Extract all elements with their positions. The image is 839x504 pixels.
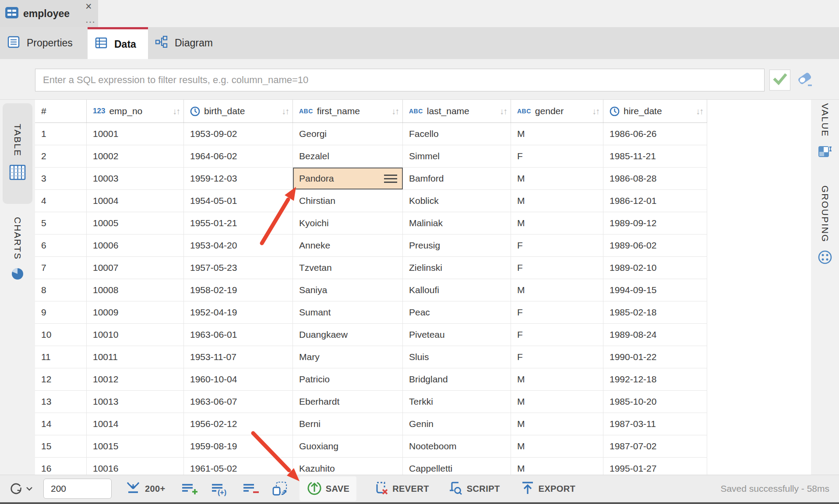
cell[interactable]: 10012 (87, 368, 184, 390)
cell[interactable]: Piveteau (403, 324, 511, 346)
rail-tab-value[interactable]: VALUE (811, 103, 839, 161)
cell[interactable]: F (511, 346, 603, 368)
cell[interactable]: 1954-05-01 (184, 190, 293, 212)
cell[interactable]: Terkki (403, 391, 511, 413)
save-button[interactable]: SAVE (300, 476, 357, 501)
cell[interactable]: Bamford (403, 168, 511, 189)
tab-diagram[interactable]: Diagram (148, 27, 247, 59)
sort-icon[interactable]: ↓↑ (391, 106, 398, 116)
cell[interactable]: Berni (293, 413, 403, 435)
cell[interactable]: Mary (293, 346, 403, 368)
cell[interactable]: M (511, 435, 603, 457)
sort-icon[interactable]: ↓↑ (173, 106, 180, 116)
cell[interactable]: 10013 (87, 391, 184, 413)
cell[interactable]: 1952-04-19 (184, 301, 293, 323)
cell[interactable]: 1953-04-20 (184, 234, 293, 256)
cell[interactable]: 10009 (87, 301, 184, 323)
cell[interactable]: 1953-09-02 (184, 123, 293, 145)
script-button[interactable]: SCRIPT (448, 480, 500, 497)
cell[interactable]: M (511, 391, 603, 413)
column-header-hire_date[interactable]: hire_date↓↑ (603, 100, 707, 122)
row-number-cell[interactable]: 4 (35, 190, 87, 212)
cell[interactable]: Nooteboom (403, 435, 511, 457)
row-number-cell[interactable]: 15 (35, 435, 87, 457)
cell[interactable]: Genin (403, 413, 511, 435)
cell[interactable]: Peac (403, 301, 511, 323)
column-header-birth_date[interactable]: birth_date↓↑ (184, 100, 293, 122)
cell[interactable]: M (511, 190, 603, 212)
cell[interactable]: Chirstian (293, 190, 403, 212)
cell[interactable]: 10007 (87, 257, 184, 279)
cell[interactable]: 10010 (87, 324, 184, 346)
row-number-cell[interactable]: 1 (35, 123, 87, 145)
cell[interactable]: Bridgland (403, 368, 511, 390)
fetch-next-page-button[interactable]: 200+ (125, 480, 166, 497)
export-button[interactable]: EXPORT (520, 480, 576, 497)
cell[interactable]: 1985-10-20 (603, 391, 707, 413)
cell[interactable]: 10001 (87, 123, 184, 145)
cell[interactable]: Zielinski (403, 257, 511, 279)
overflow-menu-icon[interactable]: … (85, 13, 96, 25)
cell[interactable]: 10003 (87, 168, 184, 189)
cell[interactable]: 10004 (87, 190, 184, 212)
cell[interactable]: M (511, 123, 603, 145)
row-number-cell[interactable]: 8 (35, 279, 87, 301)
cell[interactable]: F (511, 324, 603, 346)
cell[interactable]: 1985-02-18 (603, 301, 707, 323)
row-number-cell[interactable]: 11 (35, 346, 87, 368)
column-header-last_name[interactable]: ABClast_name↓↑ (403, 100, 511, 122)
cell[interactable]: 10011 (87, 346, 184, 368)
row-number-cell[interactable]: 14 (35, 413, 87, 435)
cell[interactable]: F (511, 301, 603, 323)
tab-properties[interactable]: Properties (0, 27, 88, 59)
cell[interactable]: Tzvetan (293, 257, 403, 279)
row-number-cell[interactable]: 10 (35, 324, 87, 346)
cell[interactable]: Saniya (293, 279, 403, 301)
sql-filter-input[interactable] (35, 69, 765, 91)
tab-data[interactable]: Data (88, 27, 148, 59)
clear-filter-button[interactable] (796, 71, 815, 90)
cell[interactable]: 1987-07-02 (603, 435, 707, 457)
cell[interactable]: 1964-06-02 (184, 145, 293, 167)
column-header-rownum[interactable]: # (35, 100, 87, 122)
cell-edit-menu-icon[interactable] (384, 178, 397, 179)
cell[interactable]: Patricio (293, 368, 403, 390)
column-header-first_name[interactable]: ABCfirst_name↓↑ (293, 100, 403, 122)
column-header-emp_no[interactable]: 123emp_no↓↑ (87, 100, 184, 122)
cell[interactable]: 1958-02-19 (184, 279, 293, 301)
row-number-cell[interactable]: 3 (35, 168, 87, 189)
close-icon[interactable]: × (85, 0, 92, 12)
cell[interactable]: M (511, 279, 603, 301)
cell[interactable]: Sumant (293, 301, 403, 323)
cell[interactable]: Kyoichi (293, 212, 403, 234)
cell[interactable]: Eberhardt (293, 391, 403, 413)
cell[interactable]: M (511, 168, 603, 189)
cell[interactable]: Georgi (293, 123, 403, 145)
cell[interactable]: 10008 (87, 279, 184, 301)
cell[interactable]: 10015 (87, 435, 184, 457)
cell[interactable]: Guoxiang (293, 435, 403, 457)
apply-filter-button[interactable] (769, 70, 790, 91)
delete-row-button[interactable] (242, 481, 260, 496)
row-number-cell[interactable]: 6 (35, 234, 87, 256)
cell[interactable]: F (511, 234, 603, 256)
row-number-cell[interactable]: 5 (35, 212, 87, 234)
sort-icon[interactable]: ↓↑ (500, 106, 507, 116)
fetch-size-input[interactable] (43, 479, 112, 499)
cell[interactable]: M (511, 413, 603, 435)
cell[interactable]: 10002 (87, 145, 184, 167)
cell[interactable]: 1956-02-12 (184, 413, 293, 435)
selected-cell[interactable]: Pandora (293, 168, 403, 189)
cell[interactable]: 1989-09-12 (603, 212, 707, 234)
cell[interactable]: Facello (403, 123, 511, 145)
row-number-cell[interactable]: 12 (35, 368, 87, 390)
cell[interactable]: 1986-06-26 (603, 123, 707, 145)
row-number-cell[interactable]: 2 (35, 145, 87, 167)
sort-icon[interactable]: ↓↑ (282, 106, 289, 116)
cell[interactable]: F (511, 145, 603, 167)
cell[interactable]: 1987-03-11 (603, 413, 707, 435)
cell[interactable]: 1986-12-01 (603, 190, 707, 212)
cell[interactable]: 1963-06-07 (184, 391, 293, 413)
cell[interactable]: Kalloufi (403, 279, 511, 301)
cell[interactable]: 10006 (87, 234, 184, 256)
